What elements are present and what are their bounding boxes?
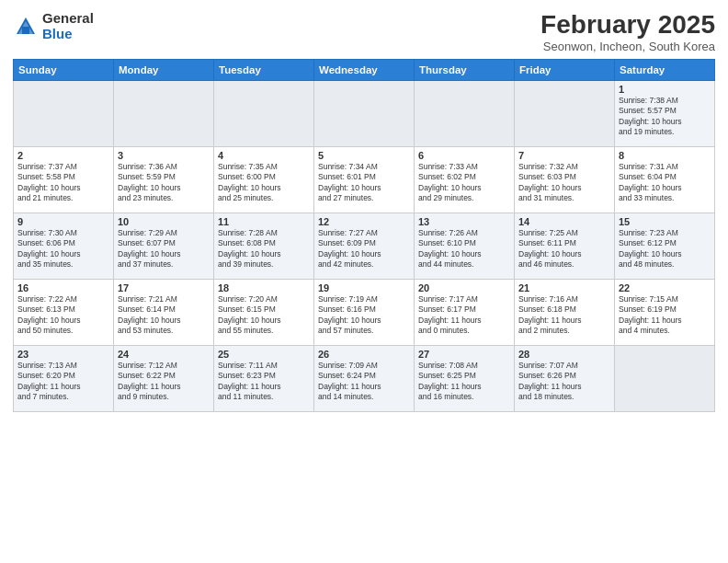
month-title: February 2025: [540, 11, 715, 40]
location-subtitle: Seonwon, Incheon, South Korea: [540, 40, 715, 53]
week-row-1: 1Sunrise: 7:38 AM Sunset: 5:57 PM Daylig…: [14, 80, 715, 146]
svg-rect-2: [22, 27, 29, 34]
day-cell: 14Sunrise: 7:25 AM Sunset: 6:11 PM Dayli…: [515, 213, 615, 279]
week-row-4: 16Sunrise: 7:22 AM Sunset: 6:13 PM Dayli…: [14, 279, 715, 345]
day-info: Sunrise: 7:27 AM Sunset: 6:09 PM Dayligh…: [318, 228, 410, 270]
day-cell: 1Sunrise: 7:38 AM Sunset: 5:57 PM Daylig…: [615, 80, 715, 146]
day-info: Sunrise: 7:13 AM Sunset: 6:20 PM Dayligh…: [17, 361, 109, 403]
day-info: Sunrise: 7:11 AM Sunset: 6:23 PM Dayligh…: [218, 361, 310, 403]
day-cell: 2Sunrise: 7:37 AM Sunset: 5:58 PM Daylig…: [14, 146, 114, 213]
day-info: Sunrise: 7:31 AM Sunset: 6:04 PM Dayligh…: [619, 162, 711, 204]
day-number: 6: [418, 150, 510, 161]
day-number: 9: [17, 216, 109, 227]
day-info: Sunrise: 7:09 AM Sunset: 6:24 PM Dayligh…: [318, 361, 410, 403]
day-info: Sunrise: 7:22 AM Sunset: 6:13 PM Dayligh…: [17, 294, 109, 337]
weekday-header-friday: Friday: [515, 59, 615, 80]
weekday-header-saturday: Saturday: [615, 59, 715, 80]
week-row-3: 9Sunrise: 7:30 AM Sunset: 6:06 PM Daylig…: [14, 213, 715, 279]
weekday-header-monday: Monday: [114, 59, 214, 80]
day-info: Sunrise: 7:37 AM Sunset: 5:58 PM Dayligh…: [17, 162, 109, 204]
day-info: Sunrise: 7:15 AM Sunset: 6:19 PM Dayligh…: [619, 294, 711, 337]
day-number: 1: [619, 84, 711, 95]
day-number: 14: [518, 216, 610, 227]
day-number: 8: [619, 150, 711, 161]
day-info: Sunrise: 7:38 AM Sunset: 5:57 PM Dayligh…: [619, 96, 711, 138]
day-number: 17: [118, 282, 210, 293]
day-number: 25: [218, 349, 310, 360]
day-number: 21: [518, 282, 610, 293]
day-cell: 3Sunrise: 7:36 AM Sunset: 5:59 PM Daylig…: [114, 146, 214, 213]
weekday-header-sunday: Sunday: [14, 59, 114, 80]
weekday-header-thursday: Thursday: [415, 59, 515, 80]
day-number: 3: [118, 150, 210, 161]
day-cell: 17Sunrise: 7:21 AM Sunset: 6:14 PM Dayli…: [114, 279, 214, 345]
day-info: Sunrise: 7:08 AM Sunset: 6:25 PM Dayligh…: [418, 361, 510, 403]
day-info: Sunrise: 7:25 AM Sunset: 6:11 PM Dayligh…: [518, 228, 610, 270]
day-number: 10: [118, 216, 210, 227]
day-number: 11: [218, 216, 310, 227]
day-info: Sunrise: 7:20 AM Sunset: 6:15 PM Dayligh…: [218, 294, 310, 337]
week-row-2: 2Sunrise: 7:37 AM Sunset: 5:58 PM Daylig…: [14, 146, 715, 213]
day-info: Sunrise: 7:07 AM Sunset: 6:26 PM Dayligh…: [518, 361, 610, 403]
day-info: Sunrise: 7:19 AM Sunset: 6:16 PM Dayligh…: [318, 294, 410, 337]
day-cell: 9Sunrise: 7:30 AM Sunset: 6:06 PM Daylig…: [14, 213, 114, 279]
day-cell: 26Sunrise: 7:09 AM Sunset: 6:24 PM Dayli…: [314, 345, 415, 411]
day-cell: 23Sunrise: 7:13 AM Sunset: 6:20 PM Dayli…: [14, 345, 114, 411]
weekday-header-wednesday: Wednesday: [314, 59, 415, 80]
day-cell: 16Sunrise: 7:22 AM Sunset: 6:13 PM Dayli…: [14, 279, 114, 345]
day-cell: 10Sunrise: 7:29 AM Sunset: 6:07 PM Dayli…: [114, 213, 214, 279]
day-info: Sunrise: 7:28 AM Sunset: 6:08 PM Dayligh…: [218, 228, 310, 270]
day-cell: 22Sunrise: 7:15 AM Sunset: 6:19 PM Dayli…: [615, 279, 715, 345]
day-number: 22: [619, 282, 711, 293]
header: General Blue February 2025 Seonwon, Inch…: [13, 11, 715, 53]
title-block: February 2025 Seonwon, Incheon, South Ko…: [540, 11, 715, 53]
week-row-5: 23Sunrise: 7:13 AM Sunset: 6:20 PM Dayli…: [14, 345, 715, 411]
day-number: 16: [17, 282, 109, 293]
day-cell: 13Sunrise: 7:26 AM Sunset: 6:10 PM Dayli…: [415, 213, 515, 279]
day-info: Sunrise: 7:26 AM Sunset: 6:10 PM Dayligh…: [418, 228, 510, 270]
day-number: 28: [518, 349, 610, 360]
day-info: Sunrise: 7:36 AM Sunset: 5:59 PM Dayligh…: [118, 162, 210, 204]
day-number: 26: [318, 349, 410, 360]
day-number: 18: [218, 282, 310, 293]
day-cell: 21Sunrise: 7:16 AM Sunset: 6:18 PM Dayli…: [515, 279, 615, 345]
day-cell: 4Sunrise: 7:35 AM Sunset: 6:00 PM Daylig…: [214, 146, 314, 213]
day-number: 7: [518, 150, 610, 161]
day-info: Sunrise: 7:32 AM Sunset: 6:03 PM Dayligh…: [518, 162, 610, 204]
logo-general: General: [42, 11, 94, 27]
day-info: Sunrise: 7:29 AM Sunset: 6:07 PM Dayligh…: [118, 228, 210, 270]
day-info: Sunrise: 7:34 AM Sunset: 6:01 PM Dayligh…: [318, 162, 410, 204]
day-number: 13: [418, 216, 510, 227]
day-cell: 6Sunrise: 7:33 AM Sunset: 6:02 PM Daylig…: [415, 146, 515, 213]
day-cell: 19Sunrise: 7:19 AM Sunset: 6:16 PM Dayli…: [314, 279, 415, 345]
day-info: Sunrise: 7:33 AM Sunset: 6:02 PM Dayligh…: [418, 162, 510, 204]
logo: General Blue: [13, 11, 94, 41]
day-cell: 5Sunrise: 7:34 AM Sunset: 6:01 PM Daylig…: [314, 146, 415, 213]
day-info: Sunrise: 7:17 AM Sunset: 6:17 PM Dayligh…: [418, 294, 510, 337]
day-cell: [14, 80, 114, 146]
day-number: 24: [118, 349, 210, 360]
day-cell: 11Sunrise: 7:28 AM Sunset: 6:08 PM Dayli…: [214, 213, 314, 279]
day-number: 27: [418, 349, 510, 360]
day-cell: 12Sunrise: 7:27 AM Sunset: 6:09 PM Dayli…: [314, 213, 415, 279]
day-number: 23: [17, 349, 109, 360]
day-cell: 25Sunrise: 7:11 AM Sunset: 6:23 PM Dayli…: [214, 345, 314, 411]
day-cell: 24Sunrise: 7:12 AM Sunset: 6:22 PM Dayli…: [114, 345, 214, 411]
day-number: 4: [218, 150, 310, 161]
day-number: 19: [318, 282, 410, 293]
day-cell: [615, 345, 715, 411]
day-number: 15: [619, 216, 711, 227]
day-cell: 28Sunrise: 7:07 AM Sunset: 6:26 PM Dayli…: [515, 345, 615, 411]
day-cell: 20Sunrise: 7:17 AM Sunset: 6:17 PM Dayli…: [415, 279, 515, 345]
logo-blue: Blue: [42, 27, 94, 42]
day-cell: [415, 80, 515, 146]
weekday-header-row: SundayMondayTuesdayWednesdayThursdayFrid…: [14, 59, 715, 80]
day-cell: 8Sunrise: 7:31 AM Sunset: 6:04 PM Daylig…: [615, 146, 715, 213]
day-number: 5: [318, 150, 410, 161]
calendar: SundayMondayTuesdayWednesdayThursdayFrid…: [13, 59, 715, 412]
day-info: Sunrise: 7:21 AM Sunset: 6:14 PM Dayligh…: [118, 294, 210, 337]
day-number: 12: [318, 216, 410, 227]
day-cell: [114, 80, 214, 146]
logo-icon: [13, 14, 39, 40]
day-number: 20: [418, 282, 510, 293]
